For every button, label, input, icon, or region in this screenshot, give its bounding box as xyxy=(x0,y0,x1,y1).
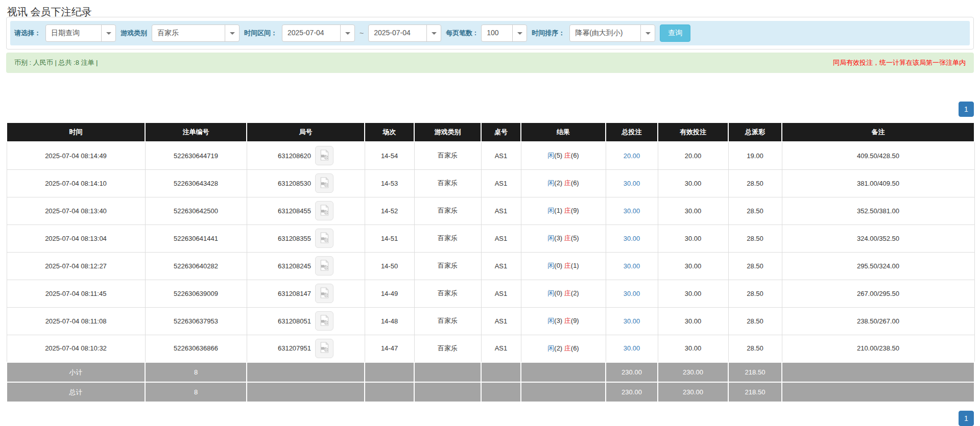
page-1-button[interactable]: 1 xyxy=(959,102,974,117)
cell-round-id: 631207951 xyxy=(247,335,365,362)
cell-remark: 210.00/238.50 xyxy=(782,335,974,362)
cell-session: 14-52 xyxy=(365,197,414,224)
table-row: 2025-07-04 08:11:08522630637953631208051… xyxy=(7,307,974,335)
cell-empty xyxy=(414,382,481,402)
cell-game: 百家乐 xyxy=(414,280,481,307)
round-id-text: 631208455 xyxy=(278,207,311,215)
cell-payout-sum: 218.50 xyxy=(728,362,782,382)
round-id-wrap: 631208147 xyxy=(278,284,333,303)
cell-time: 2025-07-04 08:11:08 xyxy=(7,307,145,335)
cell-time: 2025-07-04 08:12:27 xyxy=(7,252,145,280)
cell-bet-id: 522630644719 xyxy=(145,142,247,169)
page-size-select[interactable]: 100 xyxy=(481,24,527,42)
cell-payout: 28.50 xyxy=(728,224,782,252)
chevron-down-icon[interactable] xyxy=(225,25,239,41)
page-size-value: 100 xyxy=(482,25,512,41)
bet-table: 时间注单编号局号场次游戏类别桌号结果总投注有效投注总派彩备注 2025-07-0… xyxy=(6,122,975,403)
column-header: 时间 xyxy=(7,122,145,142)
result-banker-score: (6) xyxy=(571,179,579,187)
time-range-label: 时间区间： xyxy=(244,29,277,38)
sort-select[interactable]: 降幂(由大到小) xyxy=(569,24,655,42)
cell-time: 2025-07-04 08:14:10 xyxy=(7,169,145,197)
query-type-select[interactable]: 日期查询 xyxy=(45,24,116,42)
cell-time: 2025-07-04 08:10:32 xyxy=(7,335,145,362)
cell-remark: 409.50/428.50 xyxy=(782,142,974,169)
result-player-score: (0) xyxy=(554,262,562,269)
cell-game: 百家乐 xyxy=(414,197,481,224)
result-banker-label: 庄 xyxy=(564,317,571,324)
result-player-label: 闲 xyxy=(547,179,554,187)
search-button[interactable]: 查询 xyxy=(660,24,690,42)
table-row: 2025-07-04 08:13:40522630642500631208455… xyxy=(7,197,974,224)
round-id-wrap: 631208530 xyxy=(278,173,333,193)
cell-time: 2025-07-04 08:14:49 xyxy=(7,142,145,169)
page-size-label: 每页笔数 : xyxy=(446,29,476,38)
chevron-down-icon[interactable] xyxy=(640,25,655,41)
cell-time: 2025-07-04 08:13:40 xyxy=(7,197,145,224)
total-bet-link[interactable]: 30.00 xyxy=(624,207,640,215)
cell-valid-bet: 30.00 xyxy=(658,224,728,252)
cell-session: 14-49 xyxy=(365,280,414,307)
cell-empty xyxy=(247,362,365,382)
cell-round-id: 631208355 xyxy=(247,224,365,252)
total-bet-link[interactable]: 30.00 xyxy=(624,317,640,325)
round-id-text: 631208147 xyxy=(278,290,311,297)
cell-total-count: 8 xyxy=(145,382,247,402)
video-replay-button[interactable] xyxy=(315,229,333,248)
video-replay-button[interactable] xyxy=(315,173,333,193)
video-replay-button[interactable] xyxy=(315,256,333,275)
round-id-wrap: 631208245 xyxy=(278,256,333,275)
total-bet-link[interactable]: 30.00 xyxy=(624,262,640,270)
column-header: 场次 xyxy=(365,122,414,142)
video-replay-button[interactable] xyxy=(315,339,333,358)
cell-total-count: 8 xyxy=(145,362,247,382)
table-row: 2025-07-04 08:14:49522630644719631208620… xyxy=(7,142,974,169)
video-replay-button[interactable] xyxy=(315,311,333,331)
cell-remark: 238.50/267.00 xyxy=(782,307,974,335)
cell-empty xyxy=(247,382,365,402)
cell-total-bet: 30.00 xyxy=(606,224,658,252)
date-to-value: 2025-07-04 xyxy=(369,25,426,41)
cell-total-bet: 20.00 xyxy=(606,142,658,169)
game-category-select[interactable]: 百家乐 xyxy=(152,24,240,42)
column-header: 局号 xyxy=(247,122,365,142)
summary-bar: 币别 : 人民币 | 总共 :8 注单 | 同局有效投注，统一计算在该局第一张注… xyxy=(6,53,974,73)
cell-bet-id: 522630636866 xyxy=(145,335,247,362)
video-replay-button[interactable] xyxy=(315,284,333,303)
total-bet-link[interactable]: 30.00 xyxy=(624,180,640,187)
cell-total-label: 总计 xyxy=(7,382,145,402)
cell-result: 闲(0) 庄(2) xyxy=(521,280,606,307)
page-1-button[interactable]: 1 xyxy=(959,411,974,426)
date-from-select[interactable]: 2025-07-04 xyxy=(282,24,355,42)
total-bet-link[interactable]: 30.00 xyxy=(624,290,640,297)
chevron-down-icon[interactable] xyxy=(512,25,527,41)
date-to-select[interactable]: 2025-07-04 xyxy=(368,24,441,42)
total-bet-link[interactable]: 30.00 xyxy=(624,235,640,242)
cell-total-bet: 30.00 xyxy=(606,252,658,280)
total-bet-link[interactable]: 30.00 xyxy=(624,344,640,352)
table-row: 2025-07-04 08:12:27522630640282631208245… xyxy=(7,252,974,280)
cell-bet-id: 522630642500 xyxy=(145,197,247,224)
video-replay-button[interactable] xyxy=(315,201,333,220)
page-title: 视讯 会员下注纪录 xyxy=(6,0,974,17)
chevron-down-icon[interactable] xyxy=(426,25,441,41)
cell-game: 百家乐 xyxy=(414,224,481,252)
cell-table-no: AS1 xyxy=(481,335,521,362)
cell-table-no: AS1 xyxy=(481,252,521,280)
result-player-score: (0) xyxy=(554,289,562,297)
video-replay-button[interactable] xyxy=(315,146,333,165)
cell-bet-id: 522630639009 xyxy=(145,280,247,307)
video-replay-icon xyxy=(319,205,329,217)
column-header: 总派彩 xyxy=(728,122,782,142)
cell-total-bet-sum: 230.00 xyxy=(606,382,658,402)
cell-table-no: AS1 xyxy=(481,169,521,197)
cell-payout: 19.00 xyxy=(728,142,782,169)
cell-time: 2025-07-04 08:11:45 xyxy=(7,280,145,307)
cell-result: 闲(3) 庄(9) xyxy=(521,307,606,335)
result-banker-score: (9) xyxy=(571,317,579,324)
summary-notice: 同局有效投注，统一计算在该局第一张注单内 xyxy=(833,58,966,67)
pagination-top: 1 xyxy=(6,102,974,117)
chevron-down-icon[interactable] xyxy=(101,25,115,41)
total-bet-link[interactable]: 20.00 xyxy=(624,152,640,160)
chevron-down-icon[interactable] xyxy=(340,25,354,41)
